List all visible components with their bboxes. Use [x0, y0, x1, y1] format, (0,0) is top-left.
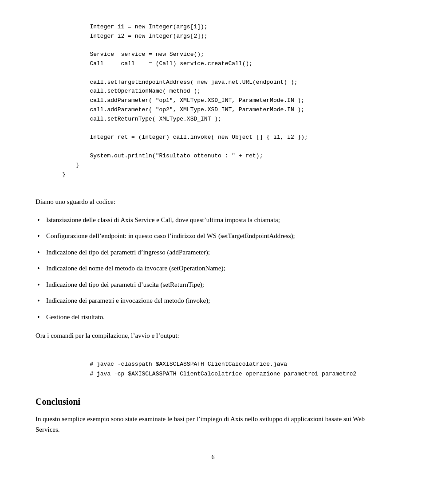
page-number: 6 — [36, 453, 390, 462]
conclusion-text: In questo semplice esempio sono state es… — [36, 414, 390, 435]
list-item: Configurazione dell’endpoint: in questo … — [36, 231, 390, 241]
section-intro: Diamo uno sguardo al codice: — [36, 197, 390, 207]
conclusion-heading: Conclusioni — [36, 395, 390, 408]
bullet-list: Istanziazione delle classi di Axis Servi… — [36, 215, 390, 322]
list-item: Indicazione del tipo dei parametri d’ing… — [36, 247, 390, 258]
compile-intro: Ora i comandi per la compilazione, l’avv… — [36, 331, 390, 341]
list-item: Istanziazione delle classi di Axis Servi… — [36, 215, 390, 225]
page: Integer i1 = new Integer(args[1]); Integ… — [0, 0, 426, 504]
list-item: Indicazione del tipo dei parametri d’usc… — [36, 280, 390, 290]
code-block: Integer i1 = new Integer(args[1]); Integ… — [36, 9, 390, 184]
list-item: Indicazione dei parametri e invocazione … — [36, 296, 390, 306]
list-item: Indicazione del nome del metodo da invoc… — [36, 263, 390, 273]
list-item: Gestione del risultato. — [36, 312, 390, 322]
compile-block: # javac -classpath $AXISCLASSPATH Client… — [36, 347, 390, 382]
